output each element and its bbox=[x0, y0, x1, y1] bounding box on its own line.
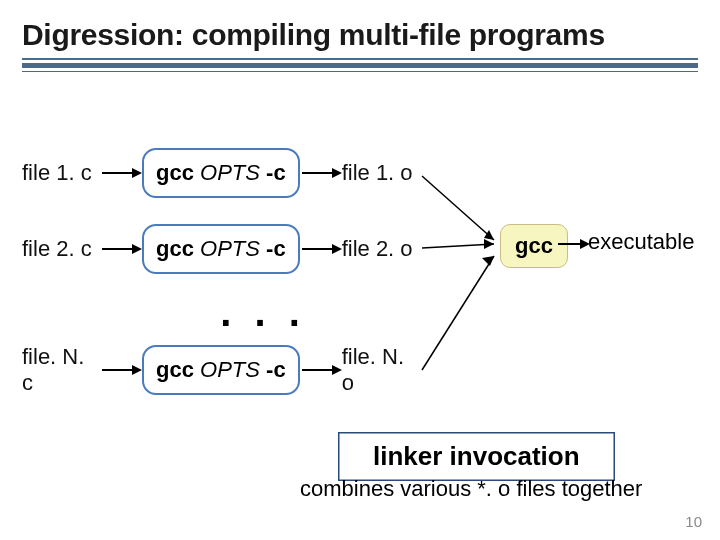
ellipsis: . . . bbox=[186, 290, 340, 335]
svg-marker-5 bbox=[132, 244, 142, 254]
title-underline bbox=[22, 58, 698, 72]
gcc-opts: OPTS bbox=[200, 236, 260, 261]
source-file-2: file 2. c bbox=[22, 236, 100, 262]
source-file-n: file. N. c bbox=[22, 344, 100, 396]
arrow-icon bbox=[300, 362, 342, 378]
gcc-opts: OPTS bbox=[200, 160, 260, 185]
gcc-compile-box-2: gcc OPTS -c bbox=[142, 224, 300, 274]
object-file-2: file 2. o bbox=[342, 236, 420, 262]
arrow-icon bbox=[100, 362, 142, 378]
row-file1: file 1. c gcc OPTS -c file 1. o bbox=[22, 150, 698, 196]
arrow-icon bbox=[300, 241, 342, 257]
arrow-icon bbox=[100, 241, 142, 257]
gcc-cmd: gcc bbox=[156, 357, 194, 382]
gcc-compile-box-n: gcc OPTS -c bbox=[142, 345, 300, 395]
svg-marker-1 bbox=[132, 168, 142, 178]
arrow-icon bbox=[300, 165, 342, 181]
svg-marker-9 bbox=[132, 365, 142, 375]
gcc-flag: -c bbox=[266, 357, 286, 382]
executable-label: executable bbox=[588, 229, 694, 255]
arrow-icon bbox=[556, 236, 590, 256]
gcc-cmd: gcc bbox=[156, 160, 194, 185]
svg-marker-7 bbox=[332, 244, 342, 254]
gcc-flag: -c bbox=[266, 236, 286, 261]
slide: Digression: compiling multi-file program… bbox=[0, 0, 720, 540]
gcc-cmd: gcc bbox=[156, 236, 194, 261]
page-title: Digression: compiling multi-file program… bbox=[22, 18, 698, 52]
linker-invocation-box: linker invocation bbox=[338, 432, 615, 481]
svg-marker-11 bbox=[332, 365, 342, 375]
linker-subtext: combines various *. o files together bbox=[300, 476, 642, 502]
compilation-rows: file 1. c gcc OPTS -c file 1. o file 2. … bbox=[22, 150, 698, 423]
object-file-1: file 1. o bbox=[342, 160, 420, 186]
gcc-flag: -c bbox=[266, 160, 286, 185]
object-file-n: file. N. o bbox=[342, 344, 420, 396]
gcc-compile-box-1: gcc OPTS -c bbox=[142, 148, 300, 198]
page-number: 10 bbox=[685, 513, 702, 530]
gcc-opts: OPTS bbox=[200, 357, 260, 382]
arrow-icon bbox=[100, 165, 142, 181]
source-file-1: file 1. c bbox=[22, 160, 100, 186]
row-fileN: file. N. c gcc OPTS -c file. N. o bbox=[22, 347, 698, 393]
svg-marker-3 bbox=[332, 168, 342, 178]
